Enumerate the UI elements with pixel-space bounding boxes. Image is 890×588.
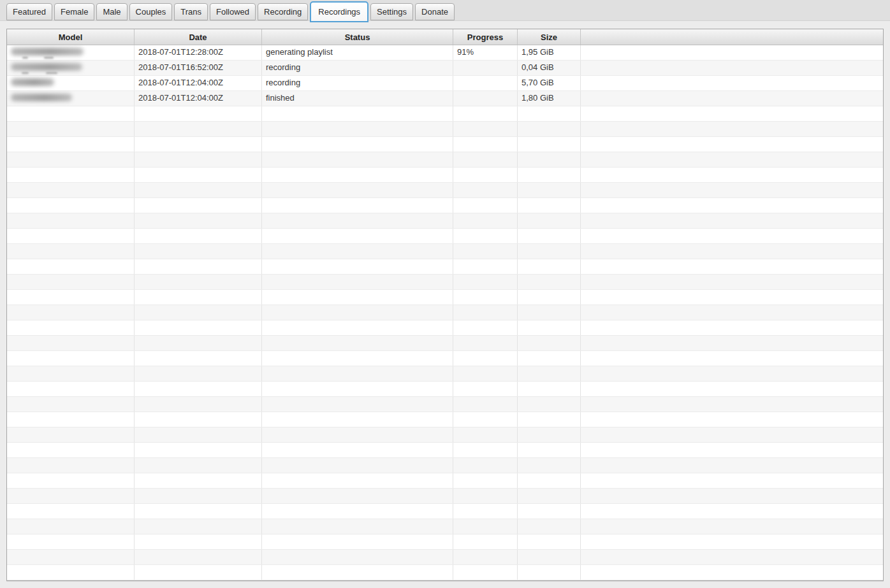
table-row-empty bbox=[7, 351, 883, 366]
cell-date bbox=[135, 382, 262, 396]
cell-progress bbox=[453, 320, 518, 335]
cell-size bbox=[518, 473, 581, 488]
cell-progress bbox=[453, 427, 518, 442]
cell-status bbox=[262, 183, 453, 197]
cell-size bbox=[518, 397, 581, 412]
tab-recording[interactable]: Recording bbox=[258, 3, 308, 20]
tab-couples[interactable]: Couples bbox=[129, 3, 173, 20]
cell-size bbox=[518, 443, 581, 457]
table-row-empty bbox=[7, 106, 883, 122]
recordings-table: ModelDateStatusProgressSize 2018-07-01T1… bbox=[6, 29, 884, 581]
column-header-label: Date bbox=[189, 32, 207, 42]
cell-status bbox=[262, 137, 453, 152]
cell-status bbox=[262, 320, 453, 335]
cell-progress bbox=[453, 473, 518, 488]
cell-progress bbox=[453, 504, 518, 519]
cell-date: 2018-07-01T12:04:00Z bbox=[135, 91, 262, 106]
column-header-model[interactable]: Model bbox=[7, 29, 135, 45]
cell-date bbox=[135, 275, 262, 289]
cell-date bbox=[135, 443, 262, 457]
table-row-empty bbox=[7, 137, 883, 152]
cell-model bbox=[7, 122, 135, 136]
table-row-empty bbox=[7, 152, 883, 168]
tab-trans[interactable]: Trans bbox=[174, 3, 208, 20]
cell-size bbox=[518, 412, 581, 427]
cell-model bbox=[7, 458, 135, 473]
cell-date bbox=[135, 534, 262, 549]
tab-featured[interactable]: Featured bbox=[6, 3, 52, 20]
cell-status bbox=[262, 106, 453, 121]
cell-model bbox=[7, 244, 135, 259]
cell-date bbox=[135, 473, 262, 488]
tab-label: Male bbox=[103, 7, 120, 17]
cell-date bbox=[135, 244, 262, 259]
table-row-empty bbox=[7, 366, 883, 382]
tab-donate[interactable]: Donate bbox=[415, 3, 455, 20]
cell-extra bbox=[581, 91, 883, 106]
table-row[interactable]: 2018-07-01T16:52:00Zrecording0,04 GiB bbox=[7, 61, 883, 76]
cell-size bbox=[518, 229, 581, 243]
cell-progress bbox=[453, 168, 518, 182]
cell-progress: 91% bbox=[453, 45, 518, 60]
tab-female[interactable]: Female bbox=[54, 3, 94, 20]
cell-date bbox=[135, 550, 262, 564]
cell-date bbox=[135, 152, 262, 167]
cell-size: 1,95 GiB bbox=[518, 45, 581, 60]
table-row[interactable]: 2018-07-01T12:04:00Zrecording5,70 GiB bbox=[7, 76, 883, 91]
table-row-empty bbox=[7, 336, 883, 351]
table-row[interactable]: 2018-07-01T12:28:00Zgenerating playlist9… bbox=[7, 45, 883, 61]
cell-extra bbox=[581, 489, 883, 503]
table-row-empty bbox=[7, 275, 883, 290]
cell-status bbox=[262, 565, 453, 580]
cell-model bbox=[7, 412, 135, 427]
cell-model bbox=[7, 137, 135, 152]
table-row-empty bbox=[7, 489, 883, 504]
cell-model bbox=[7, 489, 135, 503]
cell-status bbox=[262, 351, 453, 366]
cell-extra bbox=[581, 534, 883, 549]
cell-size bbox=[518, 290, 581, 305]
column-header-progress[interactable]: Progress bbox=[453, 29, 518, 45]
cell-model bbox=[7, 45, 135, 60]
cell-date: 2018-07-01T12:04:00Z bbox=[135, 76, 262, 90]
tab-label: Donate bbox=[421, 7, 448, 17]
cell-size bbox=[518, 183, 581, 197]
cell-progress bbox=[453, 550, 518, 564]
tab-followed[interactable]: Followed bbox=[210, 3, 256, 20]
tab-recordings[interactable]: Recordings bbox=[310, 1, 368, 22]
cell-size bbox=[518, 213, 581, 228]
column-header-date[interactable]: Date bbox=[135, 29, 262, 45]
table-row-empty bbox=[7, 213, 883, 229]
table-row[interactable]: 2018-07-01T12:04:00Zfinished1,80 GiB bbox=[7, 91, 883, 106]
cell-progress bbox=[453, 458, 518, 473]
column-header-extra[interactable] bbox=[581, 29, 883, 45]
cell-model bbox=[7, 534, 135, 549]
cell-size bbox=[518, 565, 581, 580]
cell-date bbox=[135, 137, 262, 152]
cell-extra bbox=[581, 61, 883, 75]
cell-extra bbox=[581, 76, 883, 90]
column-header-status[interactable]: Status bbox=[262, 29, 453, 45]
cell-status bbox=[262, 152, 453, 167]
column-header-label: Progress bbox=[467, 32, 503, 42]
cell-progress bbox=[453, 397, 518, 412]
table-body: 2018-07-01T12:28:00Zgenerating playlist9… bbox=[7, 45, 883, 580]
cell-date bbox=[135, 427, 262, 442]
cell-progress bbox=[453, 305, 518, 320]
table-row-empty bbox=[7, 473, 883, 489]
tab-label: Couples bbox=[136, 7, 166, 17]
tab-male[interactable]: Male bbox=[96, 3, 127, 20]
column-header-size[interactable]: Size bbox=[518, 29, 581, 45]
cell-size bbox=[518, 198, 581, 213]
tab-settings[interactable]: Settings bbox=[370, 3, 413, 20]
cell-status bbox=[262, 336, 453, 350]
cell-size bbox=[518, 168, 581, 182]
cell-model bbox=[7, 152, 135, 167]
cell-progress bbox=[453, 91, 518, 106]
cell-extra bbox=[581, 473, 883, 488]
redacted-model-name bbox=[11, 78, 134, 86]
cell-date bbox=[135, 290, 262, 305]
redacted-model-name bbox=[11, 48, 134, 55]
cell-size bbox=[518, 458, 581, 473]
cell-status bbox=[262, 382, 453, 396]
